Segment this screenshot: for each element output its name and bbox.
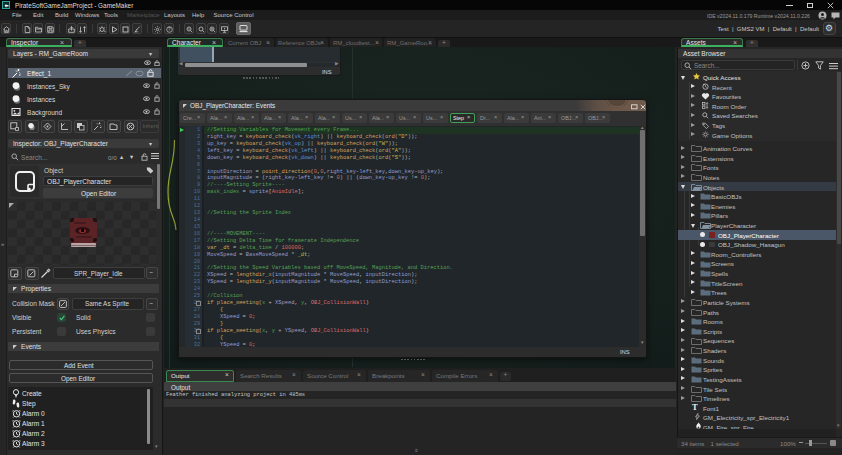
svg-text:?: ?: [168, 27, 171, 32]
